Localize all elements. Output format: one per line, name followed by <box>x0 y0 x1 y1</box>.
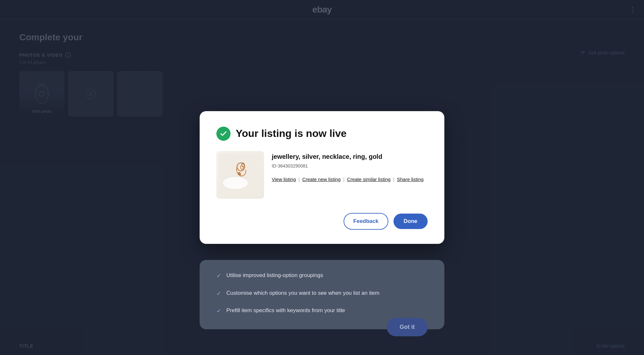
done-button[interactable]: Done <box>393 214 428 229</box>
create-similar-listing-link[interactable]: Create similar listing <box>347 175 391 184</box>
modal-title: Your listing is now live <box>236 128 346 139</box>
listing-info: jewellery, silver, necklace, ring, gold … <box>272 151 428 199</box>
listing-links: View listing|Create new listing|Create s… <box>272 175 428 184</box>
modal-actions: Feedback Done <box>216 213 428 230</box>
feature-text: Utilise improved listing-option grouping… <box>226 272 323 279</box>
listing-card: jewellery, silver, necklace, ring, gold … <box>216 151 428 199</box>
feature-text: Prefill item specifics with keywords fro… <box>226 307 345 314</box>
listing-name: jewellery, silver, necklace, ring, gold <box>272 152 428 161</box>
create-new-listing-link[interactable]: Create new listing <box>302 175 341 184</box>
feature-text: Customise which options you want to see … <box>226 289 379 297</box>
feature-panel: ✓Utilise improved listing-option groupin… <box>200 260 444 329</box>
feature-item: ✓Utilise improved listing-option groupin… <box>216 272 428 280</box>
got-it-button[interactable]: Got it <box>387 318 428 336</box>
modal-header: Your listing is now live <box>216 127 428 141</box>
link-separator: | <box>393 175 394 184</box>
feature-check-icon: ✓ <box>216 290 221 298</box>
feature-check-icon: ✓ <box>216 272 221 280</box>
share-listing-link[interactable]: Share listing <box>397 175 424 184</box>
feature-item: ✓Prefill item specifics with keywords fr… <box>216 307 428 315</box>
feedback-button[interactable]: Feedback <box>344 213 388 230</box>
listing-id: ID-364303290081 <box>272 163 428 168</box>
link-separator: | <box>343 175 345 184</box>
feature-item: ✓Customise which options you want to see… <box>216 289 428 298</box>
success-check-icon <box>216 127 231 141</box>
feature-check-icon: ✓ <box>216 307 221 315</box>
listing-live-modal: Your listing is now live <box>200 111 444 244</box>
view-listing-link[interactable]: View listing <box>272 175 296 184</box>
link-separator: | <box>298 175 300 184</box>
overlay: ✓Utilise improved listing-option groupin… <box>0 0 644 355</box>
listing-thumbnail <box>216 151 264 199</box>
feature-list: ✓Utilise improved listing-option groupin… <box>216 272 428 315</box>
